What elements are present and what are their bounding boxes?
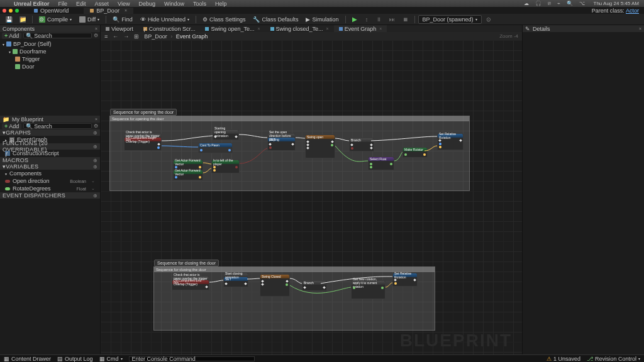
- expand-icon[interactable]: ▾: [3, 42, 4, 47]
- icloud-icon[interactable]: ☁: [524, 1, 529, 6]
- update-pin[interactable]: [286, 280, 288, 282]
- exec-out[interactable]: [459, 139, 462, 141]
- menu-debug[interactable]: Debug: [138, 1, 155, 7]
- float-pin[interactable]: [331, 144, 333, 146]
- component-root[interactable]: ▾BP_Door (Self): [3, 40, 97, 48]
- browse-button[interactable]: 📁: [16, 15, 29, 24]
- comment-header[interactable]: Sequence for opening the door: [110, 116, 469, 121]
- components-category[interactable]: ▾Components: [0, 170, 100, 177]
- cond-pin[interactable]: [351, 147, 353, 150]
- add-macro-icon[interactable]: ⊕: [93, 158, 97, 163]
- add-dispatcher-icon[interactable]: ⊕: [93, 193, 97, 199]
- parent-class-link[interactable]: Actor: [626, 8, 639, 14]
- simulation-button[interactable]: ▶Simulation: [303, 15, 341, 24]
- node-branch-close[interactable]: Branch: [302, 280, 327, 291]
- wifi-icon[interactable]: ⌁: [557, 1, 560, 6]
- close-icon[interactable]: ×: [639, 26, 641, 31]
- components-search-input[interactable]: 🔍Search: [23, 33, 92, 38]
- add-variable-icon[interactable]: ⊕: [93, 164, 97, 170]
- exec-in[interactable]: [303, 286, 306, 288]
- node-set-rotation-open[interactable]: Set Relative Rotation: [437, 133, 464, 150]
- content-drawer-button[interactable]: ▦Content Drawer: [4, 356, 51, 362]
- display-icon[interactable]: ⎚: [548, 1, 551, 6]
- diff-button[interactable]: Diff▾: [76, 15, 103, 24]
- headphones-icon[interactable]: 🎧: [535, 1, 541, 6]
- components-panel-header[interactable]: Components ×: [0, 25, 100, 32]
- object-pin[interactable]: [157, 146, 160, 149]
- locate-button[interactable]: ⊙: [483, 15, 494, 24]
- yaw-pin[interactable]: [404, 153, 407, 156]
- reverse-pin[interactable]: [306, 143, 309, 146]
- unsaved-indicator[interactable]: ⚠1 Unsaved: [547, 356, 580, 362]
- node-is-closing[interactable]: Start closing animationSET: [223, 273, 248, 287]
- window-zoom-icon[interactable]: [15, 9, 19, 13]
- exec-in[interactable]: [350, 143, 353, 146]
- tab-timeline-open[interactable]: Swing open_Te...×: [200, 25, 265, 32]
- window-close-icon[interactable]: [3, 9, 6, 13]
- revision-control-button[interactable]: ⎇Revision Control▾: [587, 356, 640, 362]
- close-icon[interactable]: ×: [379, 26, 382, 31]
- node-timeline-open[interactable]: Swing open: [305, 134, 335, 158]
- expand-icon[interactable]: ▾: [5, 172, 7, 176]
- play-pin[interactable]: [261, 280, 264, 282]
- update-pin[interactable]: [331, 140, 333, 143]
- comment-header[interactable]: Sequence for closing the door: [154, 267, 435, 272]
- in-pin[interactable]: [353, 287, 355, 289]
- pause-button[interactable]: ⏸: [373, 15, 385, 24]
- bool-pin[interactable]: [235, 166, 238, 168]
- close-icon[interactable]: ×: [326, 26, 329, 31]
- debug-target-selector[interactable]: BP_Door (spawned) ▾: [418, 15, 482, 24]
- b-pin[interactable]: [370, 166, 372, 168]
- true-pin[interactable]: [323, 286, 325, 288]
- component-doorframe[interactable]: ▾Doorframe: [3, 48, 97, 55]
- node-end-overlap[interactable]: Check that actor is pawn overlap the tri…: [172, 276, 209, 290]
- menu-edit[interactable]: Edit: [76, 1, 86, 7]
- tab-blueprint[interactable]: BP_Door ×: [84, 8, 133, 14]
- node-is-left[interactable]: Is to left of the player: [211, 160, 240, 173]
- bool-pin[interactable]: [269, 146, 272, 149]
- stop-pin[interactable]: [306, 146, 309, 149]
- variables-section-header[interactable]: ▾Variables⊕: [0, 163, 100, 170]
- stop-pin[interactable]: [261, 283, 264, 285]
- control-center-icon[interactable]: ⌥: [579, 1, 585, 6]
- target-pin[interactable]: [175, 166, 177, 168]
- graphs-section-header[interactable]: ▾Graphs⊕: [0, 129, 100, 136]
- node-is-opening[interactable]: Starting opening animation: [213, 129, 239, 140]
- class-defaults-button[interactable]: 🔧Class Defaults: [250, 15, 301, 24]
- node-set-open-dir[interactable]: Set the open direction before playingSET: [267, 133, 296, 151]
- exec-pin-in[interactable]: [269, 143, 271, 145]
- node-cast-pawn[interactable]: Cast To Pawn: [198, 143, 233, 153]
- forward-button[interactable]: →: [123, 33, 129, 40]
- gear-icon[interactable]: ⚙: [94, 123, 98, 129]
- tab-close-icon[interactable]: ×: [125, 8, 127, 13]
- exec-in[interactable]: [394, 278, 396, 281]
- window-minimize-icon[interactable]: [9, 9, 13, 13]
- find-button[interactable]: 🔍Find: [109, 15, 136, 24]
- menu-asset[interactable]: Asset: [95, 1, 109, 7]
- menu-file[interactable]: File: [58, 1, 68, 7]
- target-pin[interactable]: [439, 143, 441, 145]
- node-set-rotation-close[interactable]: Set Relative Rotation: [392, 273, 418, 287]
- node-select-float[interactable]: Select Float: [368, 156, 394, 170]
- object-pin-out[interactable]: [228, 149, 231, 151]
- history-button[interactable]: ≡: [104, 33, 108, 40]
- object-pin-in[interactable]: [200, 149, 203, 151]
- rot-pin[interactable]: [439, 146, 441, 148]
- console-input[interactable]: Enter Console Command: [129, 356, 255, 361]
- a-pin[interactable]: [370, 163, 372, 165]
- construction-script-item[interactable]: ƒConstructionScript: [0, 150, 100, 157]
- vec-pin[interactable]: [213, 169, 216, 172]
- play-pin[interactable]: [306, 140, 309, 143]
- exec-in[interactable]: [438, 139, 441, 141]
- out-pin[interactable]: [381, 287, 384, 289]
- exec-pin-out[interactable]: [157, 143, 160, 145]
- rot-pin[interactable]: [394, 282, 397, 285]
- float-pin[interactable]: [286, 283, 288, 286]
- graph-canvas[interactable]: BLUEPRINT Sequence for opening the door …: [101, 40, 522, 354]
- chevron-down-icon[interactable]: ⌄: [91, 186, 95, 191]
- node-get-forward-2[interactable]: Get Actor Forward Vector: [173, 170, 203, 180]
- component-trigger[interactable]: Trigger: [3, 55, 97, 63]
- clock[interactable]: Thu Aug 24 5:45 AM: [594, 1, 640, 6]
- true-pin[interactable]: [370, 143, 372, 146]
- tab-viewport[interactable]: Viewport: [101, 25, 138, 32]
